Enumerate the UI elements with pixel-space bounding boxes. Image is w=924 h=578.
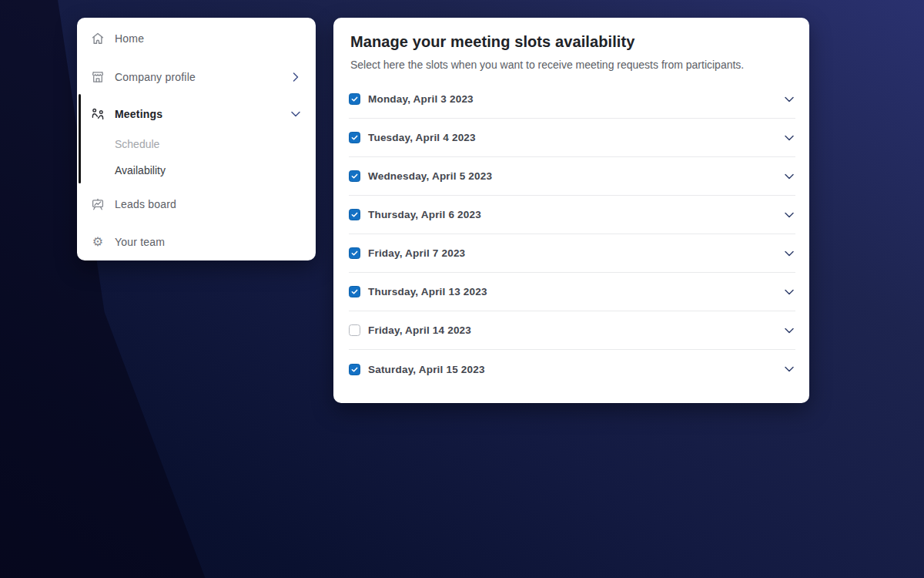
people-icon bbox=[91, 107, 105, 121]
sidebar-item-label: Leads board bbox=[115, 198, 176, 210]
presentation-board-icon bbox=[91, 197, 105, 211]
slot-row-monday-april-3[interactable]: Monday, April 3 2023 bbox=[349, 80, 795, 119]
slot-checkbox[interactable] bbox=[349, 132, 360, 143]
slot-checkbox[interactable] bbox=[349, 364, 360, 375]
chevron-down-icon[interactable] bbox=[783, 247, 795, 260]
sidebar-subitem-label: Schedule bbox=[115, 138, 159, 150]
slot-list: Monday, April 3 2023 Tuesday, April 4 20… bbox=[349, 80, 795, 388]
sidebar-item-company-profile[interactable]: Company profile bbox=[77, 66, 316, 88]
slot-label: Wednesday, April 5 2023 bbox=[368, 170, 492, 182]
slot-row-saturday-april-15[interactable]: Saturday, April 15 2023 bbox=[349, 350, 795, 388]
chevron-down-icon[interactable] bbox=[783, 93, 795, 106]
sidebar-item-label: Company profile bbox=[115, 71, 196, 83]
storefront-icon bbox=[91, 70, 105, 84]
chevron-right-icon bbox=[290, 71, 302, 83]
slot-label: Monday, April 3 2023 bbox=[368, 93, 474, 105]
slot-label: Thursday, April 13 2023 bbox=[368, 286, 487, 297]
slot-checkbox[interactable] bbox=[349, 286, 360, 297]
slot-checkbox[interactable] bbox=[349, 324, 360, 336]
chevron-down-icon[interactable] bbox=[783, 170, 795, 183]
chevron-down-icon[interactable] bbox=[783, 209, 795, 221]
page-title: Manage your meeting slots availability bbox=[350, 33, 792, 51]
chevron-down-icon[interactable] bbox=[783, 324, 795, 337]
sidebar-subitem-schedule[interactable]: Schedule bbox=[77, 135, 316, 153]
chevron-down-icon[interactable] bbox=[783, 286, 795, 298]
slot-label: Thursday, April 6 2023 bbox=[368, 209, 481, 220]
chevron-down-icon[interactable] bbox=[783, 363, 795, 375]
slot-row-tuesday-april-4[interactable]: Tuesday, April 4 2023 bbox=[349, 119, 795, 157]
slot-checkbox[interactable] bbox=[349, 209, 360, 220]
chevron-down-icon[interactable] bbox=[783, 132, 795, 144]
home-icon bbox=[91, 32, 105, 45]
slot-row-thursday-april-6[interactable]: Thursday, April 6 2023 bbox=[349, 196, 795, 234]
slot-row-wednesday-april-5[interactable]: Wednesday, April 5 2023 bbox=[349, 157, 795, 196]
slot-checkbox[interactable] bbox=[349, 247, 360, 259]
sidebar-item-home[interactable]: Home bbox=[77, 28, 316, 49]
slot-row-friday-april-14[interactable]: Friday, April 14 2023 bbox=[349, 311, 795, 350]
availability-panel: Manage your meeting slots availability S… bbox=[333, 18, 809, 403]
sidebar: Home Company profile Meet bbox=[77, 18, 316, 260]
sidebar-subitem-label: Availability bbox=[115, 164, 166, 176]
slot-row-thursday-april-13[interactable]: Thursday, April 13 2023 bbox=[349, 273, 795, 311]
slot-label: Tuesday, April 4 2023 bbox=[368, 132, 476, 143]
gear-icon: ⚙ bbox=[91, 235, 105, 249]
sidebar-item-label: Your team bbox=[115, 236, 165, 248]
slot-checkbox[interactable] bbox=[349, 170, 360, 182]
chevron-down-icon bbox=[290, 108, 302, 120]
sidebar-item-label: Meetings bbox=[115, 108, 162, 120]
sidebar-item-label: Home bbox=[115, 32, 144, 45]
slot-label: Friday, April 14 2023 bbox=[368, 324, 471, 336]
sidebar-item-meetings[interactable]: Meetings bbox=[77, 103, 316, 125]
slot-checkbox[interactable] bbox=[349, 93, 360, 105]
slot-row-friday-april-7[interactable]: Friday, April 7 2023 bbox=[349, 234, 795, 273]
sidebar-subitem-availability[interactable]: Availability bbox=[77, 161, 316, 180]
slot-label: Friday, April 7 2023 bbox=[368, 247, 465, 259]
sidebar-item-leads-board[interactable]: Leads board bbox=[77, 193, 316, 215]
slot-label: Saturday, April 15 2023 bbox=[368, 364, 485, 375]
page-subtitle: Select here the slots when you want to r… bbox=[350, 59, 792, 71]
sidebar-item-your-team[interactable]: ⚙ Your team bbox=[77, 231, 316, 253]
